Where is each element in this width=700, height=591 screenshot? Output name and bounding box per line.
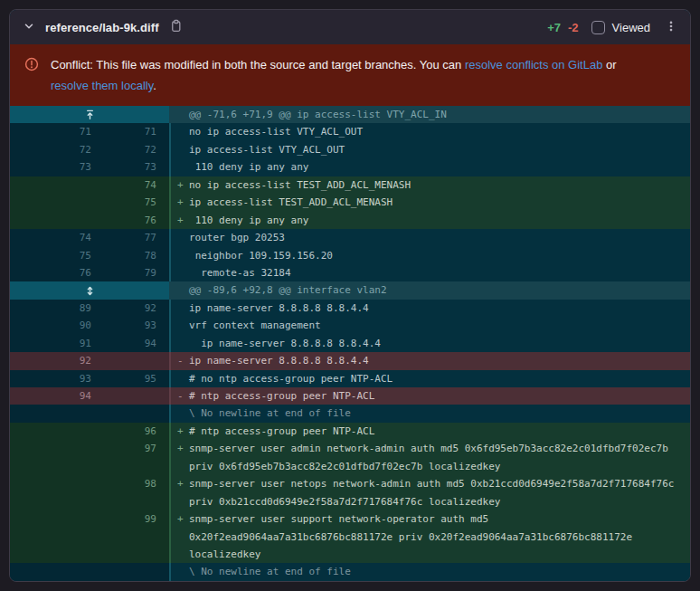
line-number-gutter	[10, 563, 169, 580]
old-line-number[interactable]: 89	[10, 300, 104, 317]
file-header-actions: +7 -2 Viewed	[547, 17, 679, 38]
line-number-gutter: 8992	[10, 300, 169, 317]
file-path[interactable]: reference/lab-9k.diff	[45, 21, 159, 34]
line-content: -# ntp access-group peer NTP-ACL	[169, 387, 690, 405]
diff-line-row: 96+# ntp access-group peer NTP-ACL	[10, 423, 690, 440]
old-line-number[interactable]: 92	[10, 352, 104, 369]
line-marker	[171, 281, 189, 299]
diff-line-row: 7171no ip access-list VTY_ACL_OUT	[10, 123, 690, 140]
line-marker	[171, 264, 189, 281]
diff-line-row: 7477router bgp 20253	[10, 229, 690, 246]
line-marker	[171, 317, 189, 334]
line-number-gutter: 96	[10, 423, 169, 440]
copy-path-button[interactable]	[167, 17, 184, 37]
collapse-diff-button[interactable]	[21, 18, 37, 37]
new-line-number	[104, 405, 169, 422]
conflict-text: Conflict: This file was modified in both…	[51, 58, 461, 71]
new-line-number[interactable]: 75	[104, 194, 169, 211]
line-code-text: no ip access-list VTY_ACL_OUT	[189, 123, 690, 140]
line-content: # no ntp access-group peer NTP-ACL	[169, 370, 690, 387]
viewed-toggle[interactable]: Viewed	[591, 21, 650, 34]
line-content: neighbor 109.159.156.20	[169, 247, 690, 264]
line-marker: +	[171, 212, 189, 229]
new-line-number[interactable]: 73	[104, 158, 169, 176]
new-line-number[interactable]: 71	[104, 123, 169, 140]
new-line-number[interactable]: 92	[104, 300, 169, 317]
line-code-text: # ntp access-group peer NTP-ACL	[189, 423, 690, 440]
diff-line-row: 8992ip name-server 8.8.8.8 8.8.4.4	[10, 300, 690, 317]
line-number-gutter: 7477	[10, 229, 169, 246]
old-line-number[interactable]: 73	[10, 158, 104, 176]
new-line-number	[104, 563, 169, 580]
diff-line-row: 7373 110 deny ip any any	[10, 158, 690, 176]
new-line-number[interactable]: 74	[104, 176, 169, 194]
diff-line-row: \ No newline at end of file	[10, 405, 690, 422]
line-marker	[171, 300, 189, 317]
hunk-header-row: @@ -71,6 +71,9 @@ ip access-list VTY_ACL…	[10, 106, 690, 123]
resolve-locally-link[interactable]: resolve them locally	[51, 79, 153, 92]
additions-count: +7	[547, 21, 561, 34]
line-content: 110 deny ip any any	[169, 158, 690, 176]
old-line-number[interactable]: 74	[10, 229, 104, 246]
expand-lines-button[interactable]	[10, 281, 169, 299]
new-line-number[interactable]: 79	[104, 264, 169, 281]
line-code-text: ip access-list VTY_ACL_OUT	[189, 141, 690, 158]
old-line-number[interactable]: 72	[10, 141, 104, 158]
new-line-number[interactable]: 99	[104, 510, 169, 563]
diff-line-row: 74+no ip access-list TEST_ADD_ACL_MENASH	[10, 176, 690, 194]
line-number-gutter: 97	[10, 440, 169, 475]
new-line-number[interactable]: 77	[104, 229, 169, 246]
expand-up-icon	[84, 109, 96, 121]
viewed-checkbox[interactable]	[591, 21, 605, 34]
line-content: +snmp-server user netops network-admin a…	[169, 475, 690, 510]
line-code-text: ip name-server 8.8.8.8 8.8.4.4	[189, 352, 690, 369]
line-content: \ No newline at end of file	[169, 405, 690, 422]
line-code-text: \ No newline at end of file	[189, 405, 690, 422]
old-line-number[interactable]: 75	[10, 247, 104, 264]
new-line-number[interactable]: 95	[104, 370, 169, 387]
expand-lines-button[interactable]	[10, 106, 169, 123]
line-marker: -	[171, 387, 189, 405]
new-line-number[interactable]: 98	[104, 475, 169, 510]
new-line-number[interactable]: 96	[104, 423, 169, 440]
old-line-number[interactable]: 90	[10, 317, 104, 334]
conflict-message: Conflict: This file was modified in both…	[51, 54, 617, 96]
line-marker	[171, 370, 189, 387]
new-line-number[interactable]: 93	[104, 317, 169, 334]
old-line-number[interactable]: 71	[10, 123, 104, 140]
conflict-text-period: .	[153, 79, 156, 92]
line-code-text: router bgp 20253	[189, 229, 690, 246]
old-line-number	[10, 405, 104, 422]
new-line-number[interactable]: 76	[104, 212, 169, 229]
new-line-number[interactable]: 78	[104, 247, 169, 264]
old-line-number	[10, 212, 104, 229]
new-line-number[interactable]: 72	[104, 141, 169, 158]
line-code-text: ip name-server 8.8.8.8 8.8.4.4	[189, 300, 690, 317]
new-line-number[interactable]: 97	[104, 440, 169, 475]
expand-both-icon	[84, 284, 96, 298]
old-line-number[interactable]: 94	[10, 387, 104, 405]
old-line-number	[10, 510, 104, 563]
diff-line-row: 9093vrf context management	[10, 317, 690, 334]
line-marker	[171, 563, 189, 580]
old-line-number	[10, 440, 104, 475]
old-line-number[interactable]: 91	[10, 335, 104, 352]
line-content: +no ip access-list TEST_ADD_ACL_MENASH	[169, 176, 690, 194]
line-marker: +	[171, 423, 189, 440]
hunk-header-content: @@ -71,6 +71,9 @@ ip access-list VTY_ACL…	[169, 106, 690, 123]
kebab-menu-icon	[665, 19, 677, 36]
line-content: + 110 deny ip any any	[169, 212, 690, 229]
line-code-text: snmp-server user netops network-admin au…	[189, 475, 690, 510]
diff-line-row: 75+ip access-list TEST_ADD_ACL_MENASH	[10, 194, 690, 211]
diff-line-row: 9395# no ntp access-group peer NTP-ACL	[10, 370, 690, 387]
old-line-number[interactable]: 93	[10, 370, 104, 387]
deletions-count: -2	[568, 21, 579, 34]
line-number-gutter: 7578	[10, 247, 169, 264]
new-line-number[interactable]: 94	[104, 335, 169, 352]
line-marker: -	[171, 352, 189, 369]
line-content: +snmp-server user support network-operat…	[169, 510, 690, 563]
file-options-menu-button[interactable]	[663, 17, 679, 38]
resolve-on-gitlab-link[interactable]: resolve conflicts on GitLab	[465, 58, 602, 71]
old-line-number[interactable]: 76	[10, 264, 104, 281]
line-marker: +	[171, 475, 189, 510]
